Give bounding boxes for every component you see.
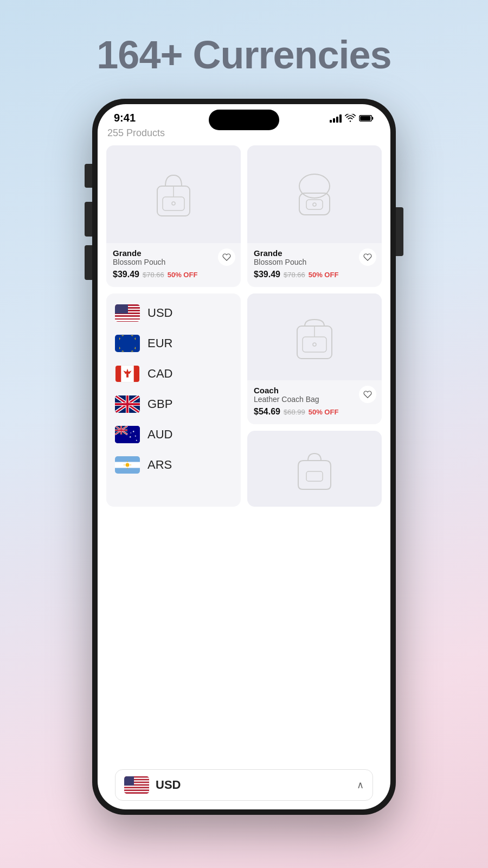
svg-rect-9 [306,200,323,209]
currency-item-usd[interactable]: USD [106,298,241,328]
chevron-up-icon: ∧ [357,779,364,791]
product-image [106,145,241,243]
product-info: Coach Leather Coach Bag $54.69 $68.99 50… [247,380,382,424]
currency-item-ars[interactable]: ARS [106,450,241,480]
main-content: 255 Products [98,127,390,507]
product-brand: Grande [254,248,375,258]
svg-rect-23 [115,366,121,382]
product-card[interactable]: Grande Blossom Pouch $39.49 $78.66 50% O… [247,145,382,287]
svg-marker-15 [134,346,136,350]
svg-marker-22 [121,335,125,337]
wishlist-button[interactable] [218,248,235,266]
flag-gbp [115,395,140,413]
price-discount: 50% OFF [309,271,339,279]
right-column: Coach Leather Coach Bag $54.69 $68.99 50… [247,293,382,507]
status-bar: 9:41 [98,104,390,127]
product-image [247,431,382,507]
currency-code-ars: ARS [147,458,172,472]
flag-eur [115,335,140,352]
product-pricing: $39.49 $78.66 50% OFF [113,270,234,279]
svg-text:★: ★ [136,439,138,442]
silent-button [85,164,92,188]
product-name: Leather Coach Bag [254,395,375,404]
dynamic-island [209,110,279,130]
product-card[interactable] [247,431,382,507]
wifi-icon [345,114,356,123]
product-image [247,145,382,243]
currency-selector-bar[interactable]: USD ∧ [115,769,373,801]
currency-item-gbp[interactable]: GBP [106,389,241,419]
selected-currency-code: USD [156,778,350,792]
svg-rect-62 [306,471,323,481]
product-brand: Coach [254,386,375,395]
price-current: $39.49 [254,270,280,279]
volume-down-button [85,245,92,280]
svg-rect-1 [372,117,374,119]
svg-rect-24 [133,366,139,382]
product-image [247,293,382,380]
signal-icon [330,114,342,123]
product-info: Grande Blossom Pouch $39.49 $78.66 50% O… [247,243,382,287]
svg-rect-35 [126,395,129,413]
product-card[interactable]: Grande Blossom Pouch $39.49 $78.66 50% O… [106,145,241,287]
phone-screen: 9:41 [98,104,390,809]
price-discount: 50% OFF [309,408,339,416]
currency-item-aud[interactable]: ★ ★ ★ ★ ★ AUD [106,419,241,450]
page-headline: 164+ Currencies [97,33,391,77]
product-name: Blossom Pouch [254,258,375,266]
price-current: $39.49 [113,270,139,279]
flag-cad [115,365,140,382]
product-name: Blossom Pouch [113,258,234,266]
selected-flag [124,776,149,794]
product-card[interactable]: Coach Leather Coach Bag $54.69 $68.99 50… [247,293,382,424]
svg-point-5 [172,202,175,205]
svg-marker-16 [130,350,134,352]
status-time: 9:41 [114,112,136,124]
product-grid: Grande Blossom Pouch $39.49 $78.66 50% O… [106,145,382,287]
currency-item-eur[interactable]: EUR [106,328,241,359]
svg-rect-4 [163,197,184,210]
svg-rect-77 [124,776,134,786]
currency-code-eur: EUR [147,336,172,350]
flag-aud: ★ ★ ★ ★ ★ [115,426,140,443]
svg-marker-18 [121,350,125,352]
price-current: $54.69 [254,407,280,417]
svg-rect-74 [124,790,149,791]
product-pricing: $54.69 $68.99 50% OFF [254,407,375,417]
second-row: USD [106,293,382,507]
currency-code-cad: CAD [147,367,172,381]
currency-dropdown[interactable]: USD [106,293,241,507]
phone-shell: 9:41 [92,99,396,815]
svg-point-53 [126,463,130,467]
svg-marker-19 [119,346,121,350]
svg-rect-75 [124,791,149,792]
svg-rect-71 [124,786,149,787]
svg-rect-26 [126,373,129,378]
currency-code-aud: AUD [147,427,172,442]
svg-text:★: ★ [130,432,132,434]
currency-list: USD [106,293,241,484]
currency-code-gbp: GBP [147,397,172,411]
svg-point-60 [313,343,316,346]
price-discount: 50% OFF [168,271,198,279]
price-original: $78.66 [284,271,305,279]
flag-usd [115,304,140,322]
svg-rect-8 [299,193,330,215]
product-brand: Grande [113,248,234,258]
svg-marker-13 [134,337,136,341]
svg-rect-45 [121,426,122,435]
wishlist-button[interactable] [359,248,376,266]
svg-rect-59 [303,337,326,352]
svg-marker-21 [119,337,121,341]
product-info: Grande Blossom Pouch $39.49 $78.66 50% O… [106,243,241,287]
price-original: $68.99 [284,408,305,416]
svg-point-10 [313,203,316,206]
price-original: $78.66 [143,271,164,279]
status-icons [330,114,374,123]
svg-rect-76 [124,793,149,794]
battery-icon [359,114,374,123]
svg-marker-12 [130,335,134,337]
currency-item-cad[interactable]: CAD [106,359,241,389]
currency-code-usd: USD [147,306,172,320]
wishlist-button[interactable] [359,386,376,403]
